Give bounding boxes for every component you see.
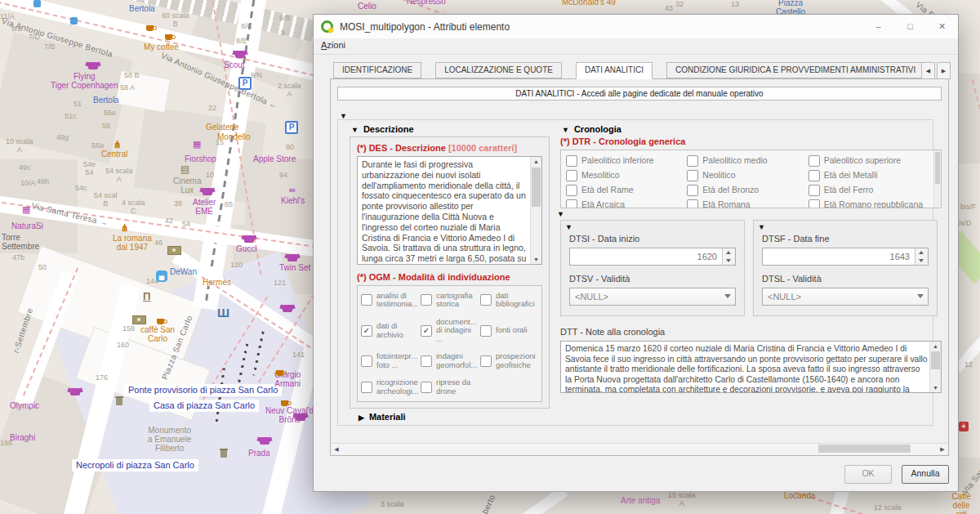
ok-button[interactable]: OK [844, 465, 892, 484]
dtr-scrollbar[interactable] [933, 150, 941, 208]
checkbox[interactable] [480, 294, 492, 306]
checkbox[interactable] [808, 170, 820, 181]
dialog-titlebar[interactable]: MOSI_multipolygon - Attributi elemento –… [314, 15, 958, 38]
checkbox[interactable] [687, 185, 698, 196]
dtr-option[interactable]: Età del Bronzo [687, 185, 808, 196]
dtr-option[interactable]: Età dei Metalli [808, 170, 929, 181]
checkbox[interactable] [808, 155, 820, 167]
manual-link-button[interactable]: DATI ANALITICI - Accedi alle pagine dedi… [337, 87, 942, 101]
map-label: 9 [281, 29, 285, 37]
scroll-down-icon: ▼ [930, 383, 941, 392]
cancel-button[interactable]: Annulla [902, 465, 949, 484]
checkbox[interactable] [421, 355, 432, 367]
map-label: Apple Store [253, 154, 296, 163]
checkbox[interactable] [421, 382, 432, 393]
ogm-option[interactable]: ricognizione archeologi... [361, 378, 419, 396]
tab-localizzazione-e-quote[interactable]: LOCALIZZAZIONE E QUOTE [435, 62, 562, 78]
dtr-option[interactable]: Età del Ferro [808, 185, 929, 196]
map-label: 49h [37, 177, 49, 185]
dtr-option[interactable]: Paleolitico superiore [808, 155, 929, 167]
dtr-option[interactable]: Età del Rame [566, 185, 687, 196]
checkbox[interactable] [421, 294, 432, 306]
ogm-option[interactable]: riprese da drone [421, 378, 479, 396]
checkbox[interactable]: ✓ [421, 325, 432, 337]
horizontal-scrollbar[interactable]: ◀ ▶ [332, 443, 947, 454]
des-scrollbar[interactable]: ▲ ▼ [530, 157, 541, 264]
dtr-option[interactable]: Paleolitico medio [687, 155, 808, 167]
checkbox[interactable] [687, 170, 698, 181]
dtsl-label: DTSL - Validità [762, 274, 929, 284]
map-label: Hermès [203, 278, 231, 287]
ogm-option[interactable]: fonti orali [480, 318, 538, 343]
ogm-option[interactable]: fotointerpr... foto ... [361, 352, 419, 369]
checkbox[interactable] [808, 185, 820, 196]
dtsl-combobox[interactable]: <NULL> [762, 288, 929, 306]
tab-scroll-right-icon[interactable]: ▶ [937, 62, 951, 79]
dtr-option[interactable]: Età Romano repubblicana [808, 199, 929, 208]
checkbox-label: ricognizione archeologi... [376, 378, 419, 396]
ogm-option[interactable]: prospezioni geofisiche [480, 352, 538, 369]
map-label: 60 scala B [162, 11, 189, 28]
checkbox[interactable]: ✓ [361, 325, 372, 337]
tab-condizione-giuridica-e-provvedimenti-amministrativi[interactable]: CONDIZIONE GIURIDICA E PROVVEDIMENTI AMM… [666, 62, 924, 78]
map-label: 120 [230, 261, 243, 269]
map-label: 65 [225, 200, 233, 208]
collapse-icon[interactable]: ▼ [557, 210, 564, 218]
ogm-option[interactable]: dati bibliografici [480, 292, 538, 309]
checkbox-label: prospezioni geofisiche [496, 352, 536, 369]
map-label: 15 [216, 138, 224, 146]
checkbox[interactable] [361, 382, 372, 393]
map-label: Flying Tiger Copenhagen [51, 72, 118, 90]
ogm-option[interactable]: indagini geomorfol... [421, 352, 479, 369]
dtsv-combobox[interactable]: <NULL> [569, 288, 736, 306]
collapse-icon[interactable]: ▼ [758, 223, 765, 231]
section-descrizione[interactable]: ▼Descrizione [351, 124, 550, 134]
tab-identificazione[interactable]: IDENTIFICAZIONE [333, 62, 421, 78]
tab-scroll-left-icon[interactable]: ◀ [921, 62, 935, 79]
dtr-option[interactable]: Neolitico [687, 170, 808, 181]
map-label: Fiorshop [185, 154, 216, 163]
checkbox[interactable] [566, 185, 577, 196]
dtr-option[interactable]: Età Arcaica [566, 199, 687, 208]
close-icon[interactable]: ✕ [926, 15, 958, 38]
checkbox[interactable] [480, 355, 492, 367]
checkbox[interactable] [566, 170, 577, 181]
des-textarea[interactable]: Durante le fasi di progressiva urbanizza… [357, 156, 542, 265]
descrizione-groupbox: (*) DES - Descrizione [10000 caratteri] … [350, 136, 550, 409]
dtr-option[interactable]: Paleolitico inferiore [566, 155, 687, 167]
map-label: 3 scala [381, 500, 404, 508]
tab-dati-analitici[interactable]: DATI ANALITICI [576, 62, 653, 79]
map-label: 51c [65, 112, 77, 120]
checkbox[interactable] [687, 199, 698, 208]
checkbox[interactable] [361, 355, 372, 367]
menu-azioni[interactable]: Azioni [321, 40, 345, 50]
dtsi-spinbox[interactable]: 1620 [569, 248, 736, 266]
ogm-option[interactable]: analisi di testimonia... [361, 292, 419, 309]
checkbox[interactable] [808, 199, 820, 208]
dtr-option[interactable]: Età Romana [687, 199, 808, 208]
tram-icon [33, 0, 41, 7]
dtt-textarea[interactable]: Domenica 15 marzo 1620 il corteo nuziale… [560, 341, 942, 393]
minimize-icon[interactable]: – [862, 15, 894, 38]
ogm-label: (*) OGM - Modalità di individuazione [357, 272, 542, 282]
map-label: Kiehl's [281, 196, 305, 205]
dtr-option[interactable]: Mesolitico [566, 170, 687, 181]
checkbox[interactable] [566, 155, 577, 167]
dtsv-label: DTSV - Validità [569, 274, 736, 284]
ogm-option[interactable]: ✓dati di archivio [361, 318, 419, 343]
section-materiali[interactable]: ▶Materiali [359, 412, 542, 422]
checkbox[interactable] [480, 325, 492, 337]
maximize-icon[interactable]: □ [894, 15, 926, 38]
map-label: 22 [208, 104, 216, 112]
section-cronologia[interactable]: ▼Cronologia [562, 124, 942, 134]
checkbox[interactable] [687, 155, 698, 167]
collapse-icon[interactable]: ▼ [565, 223, 572, 231]
checkbox[interactable] [566, 199, 577, 208]
ogm-option[interactable]: cartografia storica [421, 292, 479, 309]
dtsf-spinbox[interactable]: 1643 [762, 248, 929, 266]
dtt-scrollbar[interactable]: ▲ ▼ [929, 342, 941, 392]
map-label: 54 scal B [94, 191, 118, 208]
ogm-option[interactable]: ✓document... di indagini ... [421, 318, 479, 343]
dtsf-groupbox: ▼ DTSF - Data fine 1643 DTSL - Validità … [753, 220, 938, 316]
checkbox[interactable] [361, 294, 372, 306]
